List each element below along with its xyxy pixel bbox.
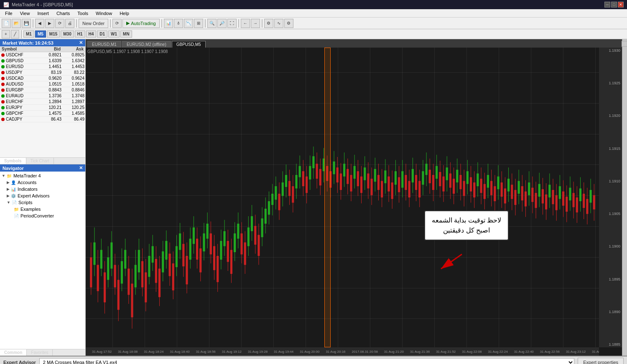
mw-row[interactable]: USDJPY 83.19 83.22 xyxy=(0,70,85,76)
market-watch-title: Market Watch: 16:24:53 xyxy=(3,40,54,46)
tf-d1[interactable]: D1 xyxy=(97,30,107,38)
nav-tree-item[interactable]: ▼📄Scripts xyxy=(1,199,84,206)
mw-dot xyxy=(1,83,5,86)
chart-tab-gbpusd-m5[interactable]: GBPUSD,M5 xyxy=(172,41,206,48)
menu-window[interactable]: Window xyxy=(92,10,115,17)
forward-icon[interactable]: ▶ xyxy=(45,19,54,28)
autotrading-btn[interactable]: ▶ AutoTrading xyxy=(122,19,160,28)
menu-insert[interactable]: Insert xyxy=(34,10,52,17)
navigator-close-icon[interactable]: ✕ xyxy=(79,165,83,171)
autotrading-label: AutoTrading xyxy=(131,21,156,26)
chart-tabs: EURUSD,M1 EURUSD,M2 (offline) GBPUSD,M5 xyxy=(86,39,622,48)
menu-tools[interactable]: Tools xyxy=(74,10,92,17)
mw-bid: 1.3736 xyxy=(39,94,62,98)
mw-row[interactable]: GBPUSD 1.6339 1.6342 xyxy=(0,58,85,64)
title-bar-text: MetaTrader 4 - [GBPUSD,M5] xyxy=(12,2,73,7)
mw-row[interactable]: USDCHF 0.8921 0.8925 xyxy=(0,52,85,58)
crosshair-icon[interactable]: + xyxy=(2,30,10,38)
sep5 xyxy=(205,19,206,28)
sep-tf xyxy=(21,30,22,38)
expert-advisor-dropdown[interactable]: 2 MA Crosses Mega filter EA V1.ex4 xyxy=(39,358,574,364)
expert-icon[interactable]: ⚙ xyxy=(264,19,273,28)
chart-tab-eurusd-m2[interactable]: EURUSD,M2 (offline) xyxy=(122,41,171,48)
maximize-btn[interactable]: □ xyxy=(611,2,617,8)
tf-m30[interactable]: M30 xyxy=(61,30,74,38)
nav-tree-item[interactable]: 📁Examples xyxy=(1,206,84,212)
nav-tab-favorites[interactable]: Favorites xyxy=(27,349,53,356)
mw-row[interactable]: AUDUSD 1.0515 1.0518 xyxy=(0,81,85,87)
chart-tab-eurusd-m1[interactable]: EURUSD,M1 xyxy=(87,41,121,48)
tf-m5[interactable]: M5 xyxy=(35,30,46,38)
minimize-btn[interactable]: ─ xyxy=(604,2,610,8)
mw-row[interactable]: GBPCHF 1.4575 1.4585 xyxy=(0,111,85,116)
grid-icon[interactable]: ⊞ xyxy=(194,19,203,28)
mw-row[interactable]: CADJPY 86.43 86.49 xyxy=(0,116,85,122)
menu-charts[interactable]: Charts xyxy=(53,10,73,17)
tf-m15[interactable]: M15 xyxy=(47,30,60,38)
nav-item-icon: 📊 xyxy=(10,186,16,192)
refresh-icon[interactable]: ⟳ xyxy=(55,19,64,28)
mw-bid: 1.2894 xyxy=(39,99,62,104)
new-chart-icon[interactable]: 📄 xyxy=(2,19,11,28)
mw-row[interactable]: USDCAD 0.9620 0.9624 xyxy=(0,76,85,81)
candlestick-chart xyxy=(86,48,599,347)
refresh2-icon[interactable]: ⟳ xyxy=(112,19,122,28)
mw-row[interactable]: EURGBP 0.8843 0.8846 xyxy=(0,87,85,93)
time-5: 31 Aug 18:56 xyxy=(196,350,216,354)
settings-icon[interactable]: ⚙ xyxy=(284,19,293,28)
price-6: 1.1905 xyxy=(599,212,622,216)
candle-icon[interactable]: 🕯 xyxy=(174,19,183,28)
sep2 xyxy=(76,19,77,28)
nav-tree-item[interactable]: ▶⚙️Expert Advisors xyxy=(1,192,84,199)
tf-h4[interactable]: H4 xyxy=(86,30,97,38)
navigator-tabs: Common Favorites xyxy=(0,349,85,356)
line-tool-icon[interactable]: ╱ xyxy=(11,30,19,38)
nav-tree-item[interactable]: ▶👤Accounts xyxy=(1,179,84,186)
menu-file[interactable]: File xyxy=(2,10,16,17)
tab-symbols[interactable]: Symbols xyxy=(0,158,26,164)
open-icon[interactable]: 📂 xyxy=(12,19,21,28)
mw-row[interactable]: EURJPY 120.21 120.25 xyxy=(0,105,85,111)
tab-tick-chart[interactable]: Tick Chart xyxy=(26,158,54,164)
close-btn[interactable]: ✕ xyxy=(618,2,624,8)
back-icon[interactable]: ◀ xyxy=(35,19,44,28)
print-icon[interactable]: 🖨 xyxy=(65,19,74,28)
price-7: 1.1900 xyxy=(599,244,622,248)
fit-icon[interactable]: ⛶ xyxy=(227,19,237,28)
tf-mn[interactable]: MN xyxy=(120,30,132,38)
nav-tab-common[interactable]: Common xyxy=(0,349,27,356)
indicator2-icon[interactable]: ∿ xyxy=(274,19,283,28)
mw-row[interactable]: EURCHF 1.2894 1.2897 xyxy=(0,99,85,105)
navigator-header: Navigator ✕ xyxy=(0,164,85,172)
nav-tree-item[interactable]: ▼📁MetaTrader 4 xyxy=(1,172,84,179)
menu-view[interactable]: View xyxy=(17,10,33,17)
save-icon[interactable]: 💾 xyxy=(22,19,31,28)
vtab-journal[interactable]: J xyxy=(622,41,627,47)
arrow-right-icon[interactable]: → xyxy=(251,19,260,28)
app-icon: 📈 xyxy=(3,2,9,8)
nav-tree-item[interactable]: 📄PeriodConverter xyxy=(1,212,84,219)
mw-row[interactable]: EURAUD 1.3736 1.3748 xyxy=(0,93,85,99)
mw-bid: 1.0515 xyxy=(39,82,62,86)
tf-h1[interactable]: H1 xyxy=(75,30,85,38)
menu-help[interactable]: Help xyxy=(116,10,133,17)
annotation-line1: لاحظ توقيت بداية الشمعه xyxy=(432,215,501,225)
new-order-btn[interactable]: New Order xyxy=(79,19,108,28)
market-watch-close-icon[interactable]: ✕ xyxy=(79,40,83,46)
arrow-left-icon[interactable]: ← xyxy=(241,19,250,28)
expert-properties-btn[interactable]: Expert properties xyxy=(578,358,624,364)
annotation-box: لاحظ توقيت بداية الشمعه اصبح كل دقيقتين xyxy=(424,210,509,240)
zoom-in-icon[interactable]: 🔍 xyxy=(207,19,217,28)
line-chart-icon[interactable]: 📉 xyxy=(184,19,193,28)
tf-m1[interactable]: M1 xyxy=(23,30,34,38)
time-10: 31 Aug 20:16 xyxy=(326,350,345,354)
zoom-out-icon[interactable]: 🔎 xyxy=(217,19,227,28)
nav-tree-item[interactable]: ▶📊Indicators xyxy=(1,186,84,192)
bar-chart-icon[interactable]: 📊 xyxy=(164,19,173,28)
navigator-panel: Navigator ✕ ▼📁MetaTrader 4▶👤Accounts▶📊In… xyxy=(0,164,85,356)
mw-symbol: EURCHF xyxy=(6,99,39,104)
nav-item-label: Indicators xyxy=(18,187,38,192)
mw-row[interactable]: EURUSD 1.4451 1.4453 xyxy=(0,64,85,70)
tf-w1[interactable]: W1 xyxy=(108,30,120,38)
time-11: 2017.08.31 20:58 xyxy=(352,350,378,354)
